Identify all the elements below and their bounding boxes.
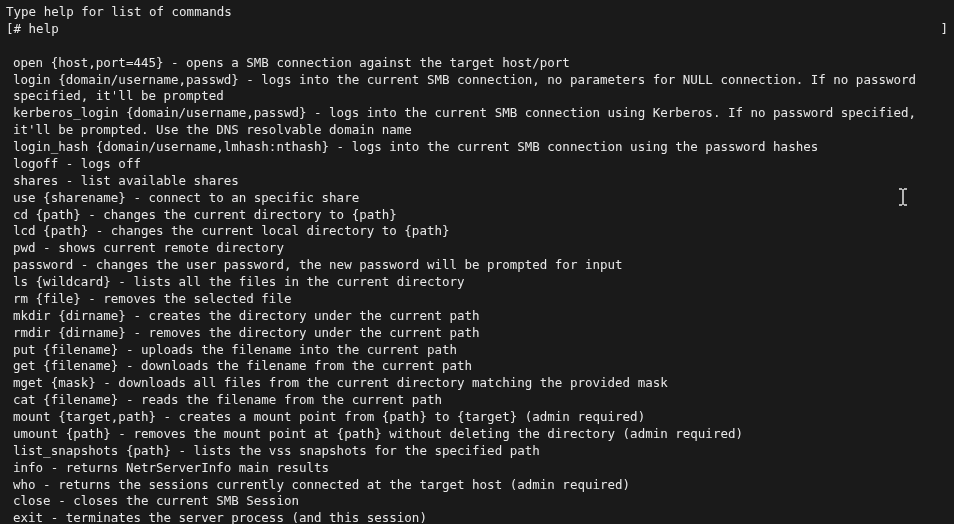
help-command-line: lcd {path} - changes the current local d… (6, 223, 948, 240)
help-command-line: pwd - shows current remote directory (6, 240, 948, 257)
help-command-line: close - closes the current SMB Session (6, 493, 948, 510)
help-command-line: get {filename} - downloads the filename … (6, 358, 948, 375)
prompt-left: [# help (6, 21, 59, 38)
help-command-line: logoff - logs off (6, 156, 948, 173)
prompt-right: ] (940, 21, 948, 38)
help-command-line: umount {path} - removes the mount point … (6, 426, 948, 443)
command-help-list: open {host,port=445} - opens a SMB conne… (6, 55, 948, 524)
help-command-line: rm {file} - removes the selected file (6, 291, 948, 308)
help-command-line: mget {mask} - downloads all files from t… (6, 375, 948, 392)
help-command-line: login_hash {domain/username,lmhash:nthas… (6, 139, 948, 156)
help-command-line: shares - list available shares (6, 173, 948, 190)
help-command-line: ls {wildcard} - lists all the files in t… (6, 274, 948, 291)
help-command-line: mount {target,path} - creates a mount po… (6, 409, 948, 426)
blank-line (6, 38, 948, 55)
help-command-line: login {domain/username,passwd} - logs in… (6, 72, 948, 106)
help-command-line: use {sharename} - connect to an specific… (6, 190, 948, 207)
help-command-line: rmdir {dirname} - removes the directory … (6, 325, 948, 342)
help-command-line: open {host,port=445} - opens a SMB conne… (6, 55, 948, 72)
prompt-line: [# help ] (6, 21, 948, 38)
help-command-line: kerberos_login {domain/username,passwd} … (6, 105, 948, 139)
header-text: Type help for list of commands (6, 4, 948, 21)
help-command-line: cat {filename} - reads the filename from… (6, 392, 948, 409)
help-command-line: put {filename} - uploads the filename in… (6, 342, 948, 359)
help-command-line: who - returns the sessions currently con… (6, 477, 948, 494)
help-command-line: password - changes the user password, th… (6, 257, 948, 274)
help-command-line: exit - terminates the server process (an… (6, 510, 948, 524)
help-command-line: mkdir {dirname} - creates the directory … (6, 308, 948, 325)
help-command-line: list_snapshots {path} - lists the vss sn… (6, 443, 948, 460)
help-command-line: cd {path} - changes the current director… (6, 207, 948, 224)
help-command-line: info - returns NetrServerInfo main resul… (6, 460, 948, 477)
terminal-window[interactable]: Type help for list of commands [# help ]… (0, 0, 954, 524)
